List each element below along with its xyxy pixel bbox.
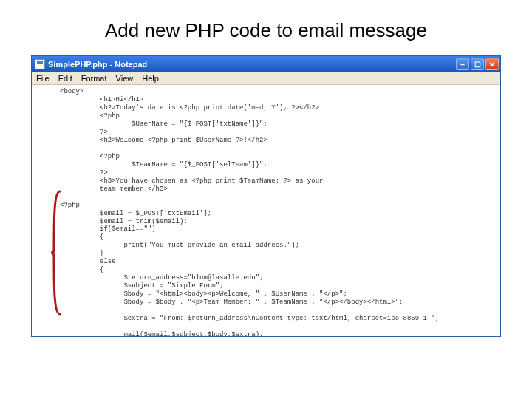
window-controls: – ☐ ✕ [456,58,499,70]
minimize-button[interactable]: – [456,58,469,70]
menu-view[interactable]: View [116,74,134,83]
titlebar: SimplePHP.php - Notepad – ☐ ✕ [32,56,500,72]
code-content[interactable]: <body> <h1>Hi</h1> <h2>Today's date is <… [32,85,500,336]
slide-title: Add new PHP code to email message [0,19,532,42]
close-button[interactable]: ✕ [485,58,499,70]
menubar: File Edit Format View Help [32,72,500,85]
editor-area[interactable]: <body> <h1>Hi</h1> <h2>Today's date is <… [32,85,500,336]
menu-file[interactable]: File [36,74,50,83]
window-title: SimplePHP.php - Notepad [48,60,456,69]
menu-help[interactable]: Help [142,74,159,83]
menu-edit[interactable]: Edit [58,74,72,83]
maximize-button[interactable]: ☐ [471,58,484,70]
notepad-window: SimplePHP.php - Notepad – ☐ ✕ File Edit … [31,55,501,337]
brace-annotation-icon [50,190,64,316]
menu-format[interactable]: Format [81,74,107,83]
notepad-icon [35,59,45,69]
